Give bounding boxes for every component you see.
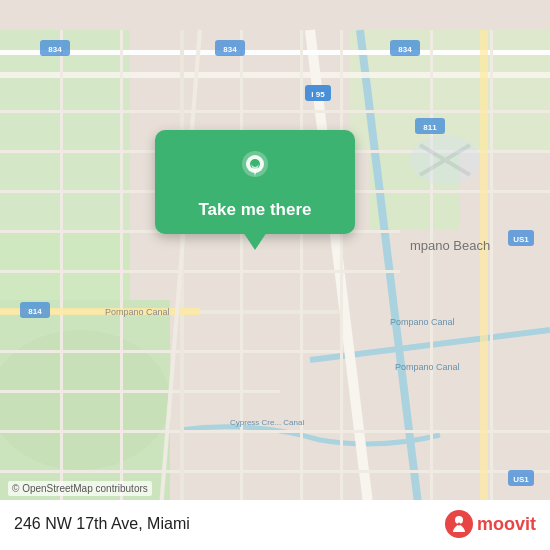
svg-rect-19 (0, 390, 280, 393)
svg-text:US1: US1 (513, 235, 529, 244)
svg-rect-21 (0, 470, 550, 473)
map-attribution: © OpenStreetMap contributors (8, 481, 152, 496)
bottom-bar: 246 NW 17th Ave, Miami moovit (0, 500, 550, 550)
moovit-logo[interactable]: moovit (445, 510, 536, 538)
svg-rect-12 (0, 110, 550, 113)
svg-text:834: 834 (398, 45, 412, 54)
svg-rect-22 (60, 30, 63, 520)
svg-rect-4 (350, 30, 550, 150)
svg-rect-9 (0, 72, 550, 78)
svg-text:834: 834 (223, 45, 237, 54)
svg-rect-18 (0, 350, 340, 353)
svg-text:mpano Beach: mpano Beach (410, 238, 490, 253)
address-text: 246 NW 17th Ave, Miami (14, 515, 190, 533)
svg-rect-28 (430, 30, 433, 520)
svg-rect-25 (240, 30, 243, 520)
map-background: 834 I 95 811 814 US1 US1 mpano Beach Pom… (0, 0, 550, 550)
moovit-brand-name: moovit (477, 514, 536, 535)
svg-rect-26 (300, 30, 303, 520)
svg-text:US1: US1 (513, 475, 529, 484)
svg-text:Pompano Canal: Pompano Canal (105, 307, 170, 317)
svg-text:Cypress Cre... Canal: Cypress Cre... Canal (230, 418, 304, 427)
svg-text:Pompano Canal: Pompano Canal (395, 362, 460, 372)
svg-rect-1 (0, 30, 130, 230)
map-container: 834 I 95 811 814 US1 US1 mpano Beach Pom… (0, 0, 550, 550)
svg-rect-20 (0, 430, 550, 433)
svg-text:834: 834 (48, 45, 62, 54)
svg-text:811: 811 (423, 123, 437, 132)
svg-text:I 95: I 95 (311, 90, 325, 99)
moovit-logo-icon (445, 510, 473, 538)
svg-text:814: 814 (28, 307, 42, 316)
svg-rect-27 (340, 30, 343, 520)
svg-rect-23 (120, 30, 123, 520)
svg-point-61 (457, 523, 460, 526)
popup-label: Take me there (198, 200, 311, 220)
svg-text:Pompano Canal: Pompano Canal (390, 317, 455, 327)
location-popup[interactable]: Take me there (155, 130, 355, 234)
svg-rect-31 (480, 30, 488, 520)
map-pin-icon (234, 148, 276, 190)
svg-rect-29 (490, 30, 493, 520)
